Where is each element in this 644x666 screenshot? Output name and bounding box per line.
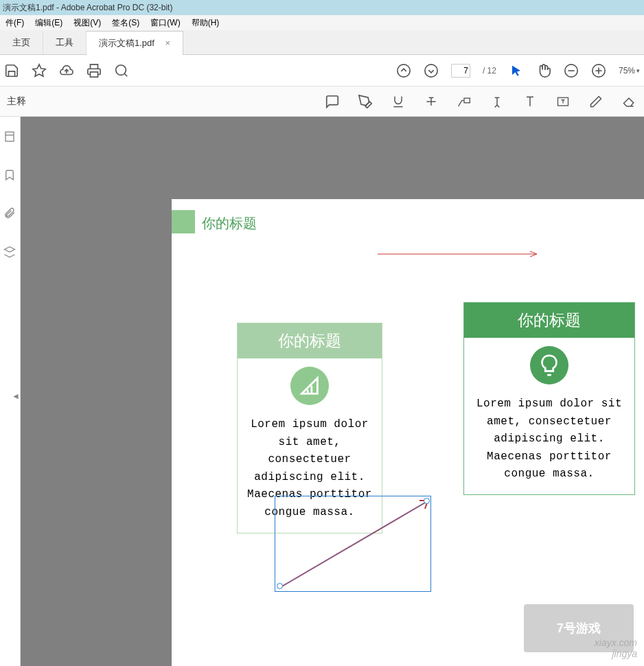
card-2-title: 你的标题 <box>464 303 634 338</box>
annotation-label: 主释 <box>7 95 26 108</box>
arrow-annotation-bbox[interactable] <box>275 496 431 592</box>
sidebar-collapse-icon[interactable]: ◄ <box>12 391 20 401</box>
navigation-sidebar: ◄ <box>0 117 21 666</box>
annotation-toolbar: 主释 <box>0 87 644 117</box>
svg-point-4 <box>398 64 410 76</box>
menu-sign[interactable]: 签名(S) <box>106 17 145 29</box>
underline-icon[interactable] <box>390 93 406 110</box>
triangle-ruler-icon <box>290 367 329 405</box>
strikethrough-icon[interactable] <box>423 93 439 110</box>
textbox-icon[interactable] <box>555 93 571 110</box>
page-up-icon[interactable] <box>396 63 411 78</box>
page-total-label: / 12 <box>483 66 496 76</box>
cloud-upload-icon[interactable] <box>59 63 74 78</box>
main-area: ◄ 你的标题 你的标题 Lorem ipsum dolor sit amet, … <box>0 117 644 666</box>
svg-line-22 <box>281 502 426 587</box>
tab-tools[interactable]: 工具 <box>43 31 87 54</box>
selection-tool-icon[interactable] <box>509 63 524 78</box>
zoom-dropdown-icon: ▾ <box>636 67 640 74</box>
svg-line-3 <box>124 73 127 76</box>
layers-icon[interactable] <box>3 246 17 260</box>
svg-rect-1 <box>91 71 98 76</box>
zoom-in-icon[interactable] <box>591 63 606 78</box>
bookmarks-icon[interactable] <box>3 169 17 183</box>
tab-document[interactable]: 演示文稿1.pdf × <box>87 31 183 55</box>
pencil-icon[interactable] <box>588 93 604 110</box>
hand-tool-icon[interactable] <box>536 63 551 78</box>
lightbulb-icon <box>530 346 568 384</box>
svg-marker-17 <box>4 247 14 253</box>
comment-icon[interactable] <box>324 93 341 110</box>
eraser-icon[interactable] <box>621 93 637 110</box>
watermark-text: xiayx.com jingya <box>595 637 637 659</box>
tabs-bar: 主页 工具 演示文稿1.pdf × <box>0 30 644 55</box>
text-callout-icon[interactable] <box>456 93 472 110</box>
pdf-page: 你的标题 你的标题 Lorem ipsum dolor sit amet, co… <box>172 199 644 666</box>
tab-document-label: 演示文稿1.pdf <box>99 38 154 48</box>
svg-point-5 <box>425 64 437 76</box>
tab-close-icon[interactable]: × <box>165 38 171 48</box>
menu-bar: 件(F) 编辑(E) 视图(V) 签名(S) 窗口(W) 帮助(H) <box>0 15 644 30</box>
svg-rect-15 <box>5 132 14 141</box>
svg-marker-0 <box>33 64 45 76</box>
zoom-level[interactable]: 75% ▾ <box>619 66 640 76</box>
svg-point-2 <box>116 65 126 75</box>
menu-help[interactable]: 帮助(H) <box>186 17 225 29</box>
save-icon[interactable] <box>4 63 19 78</box>
highlight-icon[interactable] <box>357 93 373 110</box>
page-title: 你的标题 <box>202 214 257 233</box>
svg-rect-13 <box>464 98 470 103</box>
red-arrow-annotation <box>378 250 542 258</box>
main-toolbar: / 12 75% ▾ <box>0 55 644 87</box>
zoom-out-icon[interactable] <box>564 63 579 78</box>
card-1-title: 你的标题 <box>238 323 382 358</box>
document-viewer[interactable]: 你的标题 你的标题 Lorem ipsum dolor sit amet, co… <box>21 117 644 666</box>
menu-file[interactable]: 件(F) <box>0 17 30 29</box>
search-icon[interactable] <box>114 63 129 78</box>
title-accent-block <box>172 210 195 233</box>
print-icon[interactable] <box>87 63 102 78</box>
tab-home[interactable]: 主页 <box>0 31 43 54</box>
card-2-body: Lorem ipsum dolor sit amet, consectetuer… <box>464 384 634 494</box>
annotation-handle-end[interactable] <box>424 498 430 504</box>
window-title: 演示文稿1.pdf - Adobe Acrobat Pro DC (32-bit… <box>3 2 172 14</box>
page-number-input[interactable] <box>451 64 470 78</box>
thumbnails-icon[interactable] <box>3 130 17 144</box>
annotation-handle-start[interactable] <box>277 583 283 589</box>
menu-window[interactable]: 窗口(W) <box>145 17 185 29</box>
menu-view[interactable]: 视图(V) <box>68 17 106 29</box>
attachments-icon[interactable] <box>3 207 17 221</box>
menu-edit[interactable]: 编辑(E) <box>30 17 68 29</box>
text-tool-icon[interactable] <box>522 93 538 110</box>
star-icon[interactable] <box>32 63 47 78</box>
text-caret-icon[interactable] <box>489 93 505 110</box>
window-title-bar: 演示文稿1.pdf - Adobe Acrobat Pro DC (32-bit… <box>0 0 644 15</box>
content-card-2: 你的标题 Lorem ipsum dolor sit amet, consect… <box>463 302 635 495</box>
page-down-icon[interactable] <box>424 63 439 78</box>
